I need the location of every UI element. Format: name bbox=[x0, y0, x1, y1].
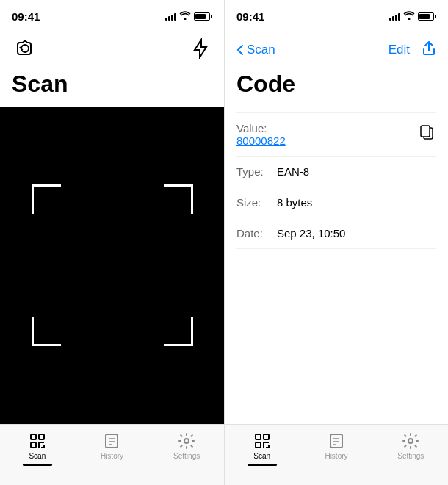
svg-rect-8 bbox=[106, 434, 118, 448]
corner-br bbox=[164, 317, 193, 346]
right-tab-settings[interactable]: Settings bbox=[381, 432, 440, 460]
right-status-bar: 09:41 bbox=[225, 0, 448, 32]
left-tab-scan[interactable]: Scan bbox=[8, 432, 67, 466]
right-panel: 09:41 bbox=[224, 0, 448, 485]
right-page-title: Code bbox=[225, 68, 448, 112]
right-tab-scan[interactable]: Scan bbox=[233, 432, 292, 466]
svg-point-26 bbox=[408, 439, 413, 443]
svg-rect-1 bbox=[31, 434, 36, 439]
signal-bars-icon bbox=[165, 12, 176, 21]
svg-point-12 bbox=[184, 439, 189, 443]
edit-button[interactable]: Edit bbox=[389, 43, 410, 57]
left-status-bar: 09:41 bbox=[0, 0, 224, 32]
date-label: Date: bbox=[236, 227, 277, 240]
left-page-title: Scan bbox=[0, 68, 224, 107]
code-details: Value: 80000822 Type: EAN-8 Size: 8 byte… bbox=[225, 112, 448, 424]
corner-tr bbox=[164, 184, 193, 214]
svg-rect-17 bbox=[256, 442, 261, 448]
right-tab-history-label: History bbox=[325, 452, 347, 460]
detail-row-value: Value: 80000822 bbox=[236, 112, 436, 157]
left-toolbar bbox=[0, 32, 224, 68]
right-status-icons bbox=[389, 11, 436, 22]
left-tab-settings[interactable]: Settings bbox=[157, 432, 216, 460]
right-tab-history[interactable]: History bbox=[307, 432, 366, 460]
date-value: Sep 23, 10:50 bbox=[277, 227, 436, 240]
detail-row-type: Type: EAN-8 bbox=[236, 157, 436, 187]
right-battery-icon bbox=[418, 12, 436, 21]
flash-icon[interactable] bbox=[192, 38, 209, 62]
right-tab-scan-label: Scan bbox=[253, 452, 270, 460]
value-value[interactable]: 80000822 bbox=[236, 134, 417, 147]
detail-row-size: Size: 8 bytes bbox=[236, 187, 436, 218]
battery-icon bbox=[194, 12, 212, 21]
left-tab-scan-label: Scan bbox=[29, 452, 46, 460]
left-tab-settings-label: Settings bbox=[173, 452, 200, 460]
size-label: Size: bbox=[236, 196, 277, 209]
svg-rect-2 bbox=[39, 434, 44, 439]
right-tab-bar: Scan History Settings bbox=[225, 424, 448, 485]
size-value: 8 bytes bbox=[277, 196, 436, 209]
type-value: EAN-8 bbox=[277, 165, 436, 178]
share-button[interactable] bbox=[422, 40, 436, 60]
back-label: Scan bbox=[247, 43, 275, 57]
right-tab-settings-label: Settings bbox=[397, 452, 424, 460]
left-tab-history[interactable]: History bbox=[82, 432, 141, 460]
corner-tl bbox=[32, 184, 61, 214]
svg-rect-14 bbox=[421, 126, 430, 137]
svg-rect-3 bbox=[31, 442, 36, 448]
right-signal-bars-icon bbox=[389, 12, 400, 21]
left-status-icons bbox=[165, 11, 212, 22]
svg-rect-15 bbox=[256, 434, 261, 439]
right-tab-scan-indicator bbox=[248, 464, 277, 466]
left-panel: 09:41 bbox=[0, 0, 224, 485]
right-status-time: 09:41 bbox=[236, 10, 264, 23]
left-tab-history-label: History bbox=[101, 452, 123, 460]
type-label: Type: bbox=[236, 165, 277, 178]
value-label: Value: bbox=[236, 122, 277, 134]
left-tab-scan-indicator bbox=[23, 464, 52, 466]
detail-row-date: Date: Sep 23, 10:50 bbox=[236, 218, 436, 249]
svg-rect-22 bbox=[330, 434, 342, 448]
camera-view bbox=[0, 107, 224, 424]
wifi-icon bbox=[179, 11, 191, 22]
corner-bl bbox=[32, 317, 61, 346]
copy-button[interactable] bbox=[417, 123, 436, 146]
right-nav-bar: Scan Edit bbox=[225, 32, 448, 68]
back-button[interactable]: Scan bbox=[236, 43, 275, 57]
scan-frame bbox=[32, 184, 193, 346]
svg-rect-16 bbox=[264, 434, 269, 439]
nav-actions: Edit bbox=[389, 40, 436, 60]
camera-flip-icon[interactable] bbox=[15, 38, 35, 62]
left-status-time: 09:41 bbox=[12, 10, 40, 23]
left-tab-bar: Scan History Settings bbox=[0, 424, 224, 485]
right-wifi-icon bbox=[403, 11, 415, 22]
